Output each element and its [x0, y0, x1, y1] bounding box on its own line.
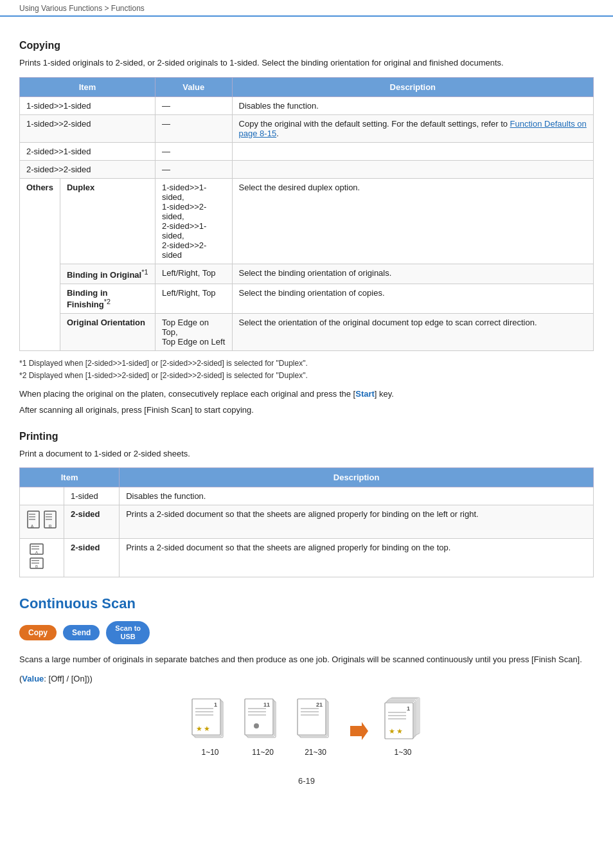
svg-rect-16 [31, 563, 39, 564]
svg-rect-31 [248, 711, 266, 712]
copying-title: Copying [19, 40, 594, 51]
copying-col-value: Value [155, 77, 233, 96]
printing-col-item: Item [20, 468, 120, 487]
footnote-2: *2 Displayed when [1-sided>>2-sided] or … [19, 370, 594, 382]
svg-text:★: ★ [196, 725, 202, 732]
doc-stack-1: ★ ★ 1 [190, 694, 231, 744]
svg-text:1: 1 [407, 705, 410, 712]
svg-rect-38 [301, 708, 319, 709]
diagram-item-4: ★ ★ 1 1~30 [382, 694, 423, 757]
row-duplex-description: Select the desired duplex option. [232, 178, 593, 264]
badge-scan-usb: Scan toUSB [106, 621, 150, 644]
table-row: Others Duplex 1-sided>>1-sided, 1-sided>… [20, 178, 594, 264]
svg-rect-51 [388, 718, 406, 719]
row-binding-original-description: Select the binding orientation of origin… [232, 264, 593, 284]
arrow-icon [348, 719, 371, 743]
copying-col-description: Description [232, 77, 593, 96]
row-duplex-value: 1-sided>>1-sided, 1-sided>>2-sided, 2-si… [155, 178, 233, 264]
svg-text:A: A [31, 524, 34, 529]
table-row: 1-sided Disables the function. [20, 487, 594, 505]
row-value: — [155, 96, 233, 114]
badge-copy: Copy [19, 625, 57, 640]
value-text: : [Off] / [On]) [44, 674, 89, 683]
printing-row-2sided-top-icon: A B [20, 539, 64, 577]
printing-row-1sided-icon [20, 487, 64, 505]
copying-note2: After scanning all originals, press [Fin… [19, 404, 594, 417]
row-orientation-label: Original Orientation [60, 314, 155, 351]
svg-rect-7 [46, 516, 52, 518]
footnote-1: *1 Displayed when [2-sided>>1-sided] or … [19, 357, 594, 370]
svg-rect-32 [248, 714, 266, 716]
copying-note1: When placing the original on the platen,… [19, 388, 594, 401]
svg-text:A: A [35, 550, 38, 554]
row-item: 1-sided>>1-sided [20, 96, 155, 114]
printing-row-1sided-desc: Disables the function. [120, 487, 594, 505]
breadcrumb-text: Using Various Functions > Functions [19, 4, 145, 13]
printing-col-description: Description [120, 468, 594, 487]
table-row: A B 2-sided Prints a 2-sided document so… [20, 539, 594, 577]
diagram-arrow [348, 719, 371, 757]
svg-text:B: B [49, 524, 52, 529]
printing-row-2sided-top-label: 2-sided [64, 539, 120, 577]
printing-title: Printing [19, 431, 594, 442]
row-binding-finishing-value: Left/Right, Top [155, 284, 233, 313]
svg-rect-1 [29, 514, 35, 515]
continuous-scan-diagram: ★ ★ 1 1~10 11 11~20 [19, 694, 594, 757]
printing-row-2sided-top-desc: Prints a 2-sided document so that the sh… [120, 539, 594, 577]
row-description: Disables the function. [232, 96, 593, 114]
diagram-item-3: 21 21~30 [295, 694, 336, 757]
value-line: (Value: [Off] / [On])) [19, 674, 594, 683]
svg-rect-6 [46, 514, 52, 515]
svg-rect-12 [31, 548, 39, 550]
copying-table: Item Value Description 1-sided>>1-sided … [19, 77, 594, 352]
function-defaults-link[interactable]: Function Defaults on page 8-15 [239, 119, 587, 138]
badge-row: Copy Send Scan toUSB [19, 621, 594, 644]
doc-stack-4: ★ ★ 1 [382, 694, 423, 744]
svg-text:★: ★ [204, 725, 210, 732]
table-row: 1-sided>>1-sided — Disables the function… [20, 96, 594, 114]
diagram-label-3: 21~30 [305, 748, 326, 757]
row-binding-original-value: Left/Right, Top [155, 264, 233, 284]
value-label: Value [22, 674, 44, 683]
printing-row-2sided-lr-icon: A B [20, 505, 64, 539]
badge-send: Send [63, 625, 100, 640]
row-description: Copy the original with the default setti… [232, 114, 593, 142]
2sided-top-icon: A B [26, 543, 57, 571]
svg-rect-40 [301, 714, 319, 716]
row-binding-finishing-description: Select the binding orientation of copies… [232, 284, 593, 313]
row-value: — [155, 142, 233, 160]
svg-text:1: 1 [214, 701, 217, 708]
doc-stack-3: 21 [295, 694, 336, 744]
table-row: Binding in Finishing*2 Left/Right, Top S… [20, 284, 594, 313]
diagram-item-1: ★ ★ 1 1~10 [190, 694, 231, 757]
printing-row-2sided-lr-label: 2-sided [64, 505, 120, 539]
svg-rect-49 [388, 712, 406, 713]
svg-text:21: 21 [316, 701, 323, 708]
continuous-scan-description: Scans a large number of originals in sep… [19, 653, 594, 666]
row-item: 1-sided>>2-sided [20, 114, 155, 142]
2sided-lr-icon: A B [26, 509, 57, 532]
row-binding-finishing-label: Binding in Finishing*2 [60, 284, 155, 313]
diagram-label-2: 11~20 [252, 748, 274, 757]
diagram-label-1: 1~10 [201, 748, 218, 757]
diagram-label-4: 1~30 [394, 748, 411, 757]
svg-rect-50 [388, 715, 406, 716]
printing-table: Item Description 1-sided Disables the fu… [19, 467, 594, 577]
row-orientation-description: Select the orientation of the original d… [232, 314, 593, 351]
svg-rect-30 [248, 708, 266, 709]
printing-description: Print a document to 1-sided or 2-sided s… [19, 448, 594, 460]
start-link[interactable]: Start [355, 389, 375, 399]
svg-marker-42 [350, 722, 368, 740]
continuous-scan-title: Continuous Scan [19, 595, 594, 612]
svg-rect-11 [31, 546, 39, 547]
row-others-label: Others [20, 178, 60, 351]
svg-rect-22 [195, 711, 213, 712]
page-number: 6-19 [19, 776, 594, 786]
row-orientation-value: Top Edge on Top, Top Edge on Left [155, 314, 233, 351]
svg-point-33 [254, 723, 259, 728]
table-row: 2-sided>>2-sided — [20, 160, 594, 178]
printing-row-1sided-label: 1-sided [64, 487, 120, 505]
table-row: A B 2-sided Prints a 2-sided document so… [20, 505, 594, 539]
row-value: — [155, 160, 233, 178]
svg-rect-3 [29, 519, 35, 520]
